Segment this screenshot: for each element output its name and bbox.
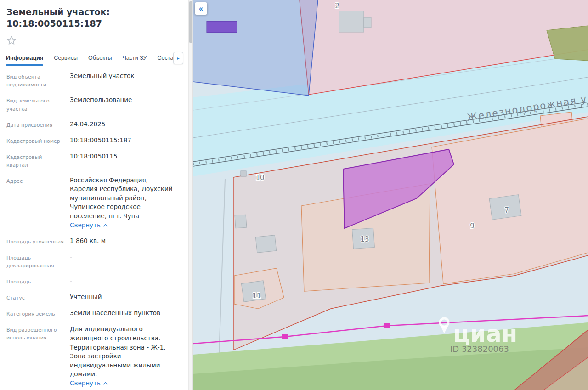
info-value: Для индивидуального жилищного строительс… — [64, 325, 174, 388]
info-value: 10:18:0050115 — [64, 152, 174, 169]
tab-objects[interactable]: Объекты — [88, 51, 112, 66]
info-label: Вид земельного участка — [6, 96, 64, 113]
watermark-brand: циан — [453, 321, 517, 347]
panel-scrollbar[interactable] — [188, 0, 193, 390]
utility-node — [384, 323, 390, 328]
info-label: Площадь декларированная — [6, 253, 64, 270]
info-value: Землепользование — [64, 96, 174, 113]
building-footprint[interactable] — [255, 235, 276, 253]
tab-information[interactable]: Информация — [6, 51, 43, 66]
building-purple[interactable] — [207, 21, 237, 33]
info-row: Кадастровый номер 10:18:0050115:187 — [0, 133, 188, 149]
info-value: Российская Федерация, Карелия Республика… — [64, 176, 174, 230]
info-label: Площадь уточненная — [6, 237, 64, 246]
parcel-number-13: 13 — [360, 235, 369, 243]
info-value: Учтенный — [64, 293, 174, 302]
tab-bar: Информация Сервисы Объекты Части ЗУ Сост… — [0, 48, 188, 66]
building-footprint[interactable] — [364, 17, 371, 28]
info-row: Вид земельного участка Землепользование — [0, 92, 188, 116]
chevron-up-icon — [103, 382, 107, 387]
chevron-up-icon — [103, 224, 107, 229]
info-row: Площадь уточненная 1 860 кв. м — [0, 233, 188, 249]
map-area[interactable]: 2 Железнодорожная ул 6 10 13 9 7 11 — [193, 0, 588, 390]
collapse-permitted-use-link[interactable]: Свернуть — [70, 379, 101, 387]
parcel-number-7: 7 — [504, 206, 509, 215]
info-value: Земли населенных пунктов — [64, 309, 174, 318]
info-label: Вид объекта недвижимости — [6, 72, 64, 89]
scrollbar-thumb[interactable] — [189, 1, 192, 43]
parcel-number-9: 9 — [470, 222, 475, 230]
info-value: 1 860 кв. м — [64, 237, 174, 246]
info-rows: Вид объекта недвижимости Земельный участ… — [0, 66, 188, 390]
watermark-id: ID 323820063 — [450, 344, 509, 354]
building-footprint[interactable] — [339, 11, 364, 32]
small-structure — [241, 171, 246, 176]
info-value: Земельный участок — [64, 72, 174, 89]
parcel-number-11: 11 — [252, 292, 261, 300]
info-label: Вид разрешенного использования — [6, 325, 64, 388]
collapse-panel-button[interactable]: « — [195, 2, 207, 15]
info-label: Дата присвоения — [6, 120, 64, 129]
tab-services[interactable]: Сервисы — [54, 51, 78, 66]
star-icon — [6, 35, 17, 45]
info-row: Кадастровый квартал 10:18:0050115 — [0, 149, 188, 173]
info-row: Статус Учтенный — [0, 289, 188, 305]
address-text: Российская Федерация, Карелия Республика… — [70, 176, 172, 220]
parcel-blue-shape[interactable] — [193, 0, 318, 96]
cadastral-map[interactable]: 2 Железнодорожная ул 6 10 13 9 7 11 — [193, 0, 588, 390]
info-row: Площадь - — [0, 273, 188, 289]
info-value: 24.04.2025 — [64, 120, 174, 129]
info-label: Категория земель — [6, 309, 64, 318]
permitted-use-text: Для индивидуального жилищного строительс… — [70, 325, 166, 378]
parcel-info-panel: Земельный участок: 10:18:0050115:187 Инф… — [0, 0, 188, 390]
tabs-scroll-right-button[interactable]: ▸ — [173, 52, 183, 64]
tab-parcel-parts[interactable]: Части ЗУ — [122, 51, 147, 66]
info-row: Категория земель Земли населенных пункто… — [0, 305, 188, 322]
info-label: Кадастровый квартал — [6, 152, 64, 169]
info-row: Площадь декларированная - — [0, 249, 188, 273]
info-value: - — [64, 253, 174, 270]
building-footprint[interactable] — [235, 215, 247, 228]
info-label: Статус — [6, 293, 64, 302]
collapse-address-link[interactable]: Свернуть — [70, 221, 101, 229]
info-row-permitted-use: Вид разрешенного использования Для индив… — [0, 322, 188, 390]
favorite-button[interactable] — [6, 35, 17, 46]
info-row-address: Адрес Российская Федерация, Карелия Респ… — [0, 173, 188, 233]
info-row: Вид объекта недвижимости Земельный участ… — [0, 68, 188, 92]
parcel-number-2: 2 — [335, 2, 339, 10]
info-label: Кадастровый номер — [6, 136, 64, 145]
parcel-number-10: 10 — [255, 174, 264, 182]
utility-node — [282, 334, 288, 339]
info-row: Дата присвоения 24.04.2025 — [0, 117, 188, 133]
info-value: - — [64, 277, 174, 286]
info-label: Площадь — [6, 277, 64, 286]
page-title: Земельный участок: 10:18:0050115:187 — [0, 0, 188, 29]
info-label: Адрес — [6, 176, 64, 230]
info-value: 10:18:0050115:187 — [64, 136, 174, 145]
